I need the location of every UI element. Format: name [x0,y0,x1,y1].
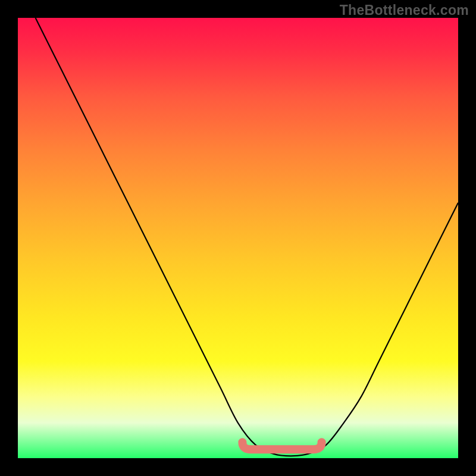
watermark-text: TheBottleneck.com [340,2,469,18]
chart-svg [18,18,458,458]
bottleneck-curve [36,18,458,456]
plot-area [18,18,458,458]
chart-frame: TheBottleneck.com [0,0,476,476]
